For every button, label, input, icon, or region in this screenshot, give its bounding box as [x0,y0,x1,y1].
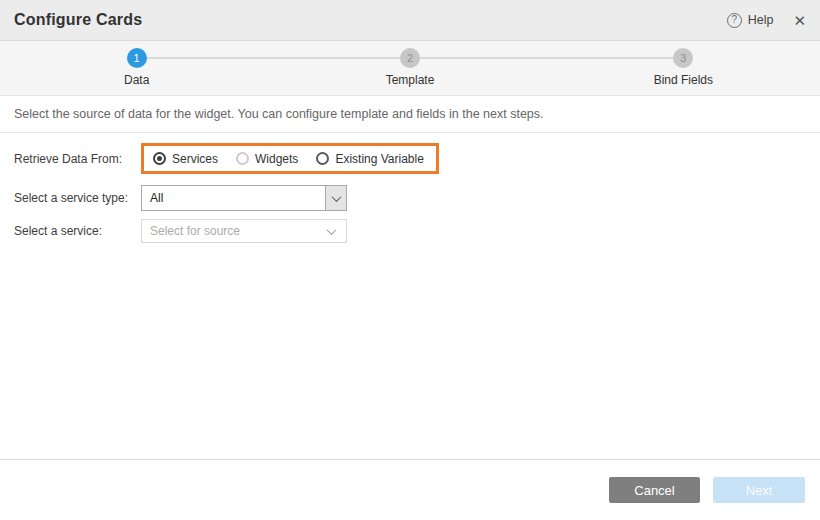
chevron-down-icon [331,192,341,202]
description-text: Select the source of data for the widget… [14,107,544,121]
radio-existing-variable[interactable]: Existing Variable [316,152,424,166]
step-template[interactable]: 2 Template [273,48,546,95]
step-3-label: Bind Fields [654,73,713,87]
service-type-row: Select a service type: All [14,185,820,211]
step-1-circle: 1 [127,48,147,68]
service-type-select[interactable]: All [141,185,347,211]
titlebar-actions: ? Help ✕ [727,13,806,28]
retrieve-data-row: Retrieve Data From: Services Widgets Exi… [14,143,820,174]
service-type-label: Select a service type: [14,191,141,205]
service-row: Select a service: Select for source [14,219,820,243]
step-2-circle: 2 [400,48,420,68]
form-content: Retrieve Data From: Services Widgets Exi… [0,133,820,459]
step-bind-fields[interactable]: 3 Bind Fields [547,48,820,95]
help-label: Help [748,13,774,27]
footer: Cancel Next [0,459,820,520]
help-icon: ? [727,13,742,28]
service-type-dropdown-button[interactable] [325,186,346,210]
radio-services-icon [153,152,166,165]
description-row: Select the source of data for the widget… [0,96,820,133]
dialog-title: Configure Cards [14,11,142,29]
next-button[interactable]: Next [713,477,805,503]
step-3-circle: 3 [673,48,693,68]
step-1-label: Data [124,73,149,87]
service-type-value: All [142,191,325,205]
cancel-button[interactable]: Cancel [609,477,700,503]
radio-widgets[interactable]: Widgets [236,152,298,166]
radio-group-highlight: Services Widgets Existing Variable [141,143,439,174]
radio-widgets-label: Widgets [255,152,298,166]
configure-cards-dialog: Configure Cards ? Help ✕ 1 Data 2 Templa… [0,0,820,520]
retrieve-data-label: Retrieve Data From: [14,152,141,166]
radio-services-label: Services [172,152,218,166]
service-placeholder: Select for source [142,224,328,238]
close-icon[interactable]: ✕ [793,13,806,28]
help-button[interactable]: ? Help [727,13,774,28]
service-label: Select a service: [14,224,141,238]
radio-widgets-icon [236,152,249,165]
radio-services[interactable]: Services [153,152,218,166]
wizard-stepper: 1 Data 2 Template 3 Bind Fields [0,41,820,96]
service-select[interactable]: Select for source [141,219,347,243]
radio-existing-variable-label: Existing Variable [335,152,424,166]
radio-existing-variable-icon [316,152,329,165]
step-2-label: Template [386,73,435,87]
step-data[interactable]: 1 Data [0,48,273,95]
chevron-down-icon [327,225,337,235]
titlebar: Configure Cards ? Help ✕ [0,0,820,41]
